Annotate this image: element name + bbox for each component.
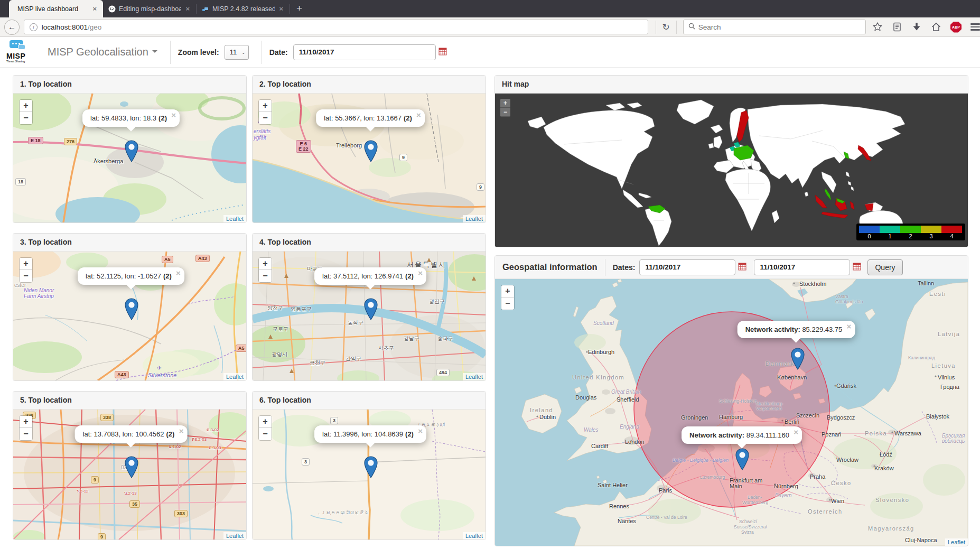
location-popup: lat: 59.4833, lon: 18.3(2) × <box>82 109 180 127</box>
query-button[interactable]: Query <box>867 259 902 275</box>
tab-github[interactable]: Editing misp-dashboa × <box>103 0 196 17</box>
popup-close-icon[interactable]: × <box>416 110 421 119</box>
calendar-icon[interactable] <box>438 47 447 58</box>
url-bar[interactable]: i localhost:8001/geo <box>24 20 648 34</box>
leaflet-attribution[interactable]: Leaflet <box>223 532 246 540</box>
zoom-out-button[interactable]: − <box>259 428 272 440</box>
map-marker[interactable] <box>125 140 138 162</box>
zoom-in-button[interactable]: + <box>20 258 32 270</box>
misp-logo: MISP Threat Sharing <box>6 40 33 64</box>
hit-map[interactable]: + − 01234 <box>495 94 968 247</box>
leaflet-attribution[interactable]: Leaflet <box>223 373 246 380</box>
zoom-out-button[interactable]: − <box>259 112 272 124</box>
zoom-in-button[interactable]: + <box>259 100 272 112</box>
city-label: Łódź <box>880 451 892 458</box>
popup-close-icon[interactable]: × <box>176 268 181 277</box>
map-marker[interactable] <box>364 456 378 478</box>
app-header: MISP Threat Sharing MISP Geolocalisation… <box>0 37 980 68</box>
map-marker[interactable] <box>125 298 138 320</box>
zoom-out-button[interactable]: − <box>259 270 272 282</box>
map-4[interactable]: + − 서울특별시 마포구 광진구 양천구 영등포구 동작구 관악구 광명시 금… <box>253 252 486 380</box>
search-input[interactable] <box>698 23 846 31</box>
library-icon[interactable] <box>892 22 902 32</box>
map-1[interactable]: + − E 18 276 18 Åkersberga lat: 59.4833,… <box>13 94 246 222</box>
city-label: Vilnius <box>938 374 955 380</box>
district-label: 영등포구 <box>291 305 312 313</box>
zoom-in-button[interactable]: + <box>259 416 272 428</box>
zoom-in-button[interactable]: + <box>20 416 32 428</box>
tab-misp-release[interactable]: MISP 2.4.82 released (a × <box>197 0 290 17</box>
zoom-out-button[interactable]: − <box>20 428 32 440</box>
city-label: Rennes <box>609 503 629 509</box>
calendar-icon[interactable] <box>853 262 861 273</box>
new-tab-button[interactable]: + <box>290 3 309 17</box>
calendar-icon[interactable] <box>738 262 746 273</box>
popup-close-icon[interactable]: × <box>418 426 423 435</box>
zoom-out-button[interactable]: − <box>20 112 32 124</box>
leaflet-attribution[interactable]: Leaflet <box>223 215 246 222</box>
popup-close-icon[interactable]: × <box>418 268 423 277</box>
download-icon[interactable] <box>911 22 922 32</box>
date-from-input[interactable] <box>639 259 735 275</box>
adblock-plus-icon[interactable]: ABP <box>950 22 962 33</box>
city-label: Гродна <box>940 384 959 390</box>
country-label: Danmark <box>766 360 795 367</box>
road-shield: 3 <box>302 458 310 466</box>
home-icon[interactable] <box>931 22 941 32</box>
popup-close-icon[interactable]: × <box>794 427 798 436</box>
map-zoom-control: + − <box>19 99 33 125</box>
bookmark-star-icon[interactable] <box>872 22 883 32</box>
map-marker[interactable] <box>364 298 378 320</box>
location-popup: lat: 11.3996, lon: 104.8639(2) × <box>314 425 426 443</box>
map-3[interactable]: + − A5 A43 A5 A43 Niden Manor Farm Airst… <box>13 252 246 380</box>
city-label: Nürnberg <box>774 483 798 489</box>
map-marker[interactable] <box>735 448 749 470</box>
zoom-out-button[interactable]: − <box>501 297 514 310</box>
zoom-level-select[interactable]: 11⌄ <box>225 45 249 60</box>
search-box[interactable] <box>683 20 866 34</box>
tab-close-icon[interactable]: × <box>91 5 98 13</box>
leaflet-attribution[interactable]: Leaflet <box>463 215 486 222</box>
district-label: ตอ.2-03 <box>192 436 207 443</box>
district-label: 광진구 <box>429 298 445 305</box>
country-label: Ireland <box>530 407 553 413</box>
tab-close-icon[interactable]: × <box>278 5 284 13</box>
popup-close-icon[interactable]: × <box>171 110 176 119</box>
date-input[interactable] <box>293 44 436 60</box>
city-label: Hamburg <box>719 414 743 420</box>
zoom-in-button[interactable]: + <box>259 258 272 270</box>
city-label: Nantes <box>618 518 636 524</box>
back-button[interactable]: ← <box>4 20 20 35</box>
zoom-in-button[interactable]: + <box>500 99 510 108</box>
reload-button[interactable]: ↻ <box>656 21 677 34</box>
popup-close-icon[interactable]: × <box>847 322 852 331</box>
top-location-panel-3: 3. Top location <box>13 233 247 381</box>
leaflet-attribution[interactable]: Leaflet <box>945 538 968 546</box>
legend-color <box>880 226 900 233</box>
region-label: Scotland <box>593 320 614 326</box>
map-5[interactable]: + − 338 338 9 35 303 9 ตต.2-02 ด.3-02 ตอ… <box>13 410 246 540</box>
map-marker[interactable] <box>791 348 805 370</box>
zoom-out-button[interactable]: − <box>20 270 32 282</box>
map-2[interactable]: + − E 6E 22 9 9 Trelleborg erslätts ygfä… <box>253 94 486 222</box>
zoom-in-button[interactable]: + <box>20 100 32 112</box>
page-title-dropdown[interactable]: MISP Geolocalisation <box>48 46 157 58</box>
tab-misp-dashboard[interactable]: MISP live dashboard × <box>9 0 103 17</box>
url-path: /geo <box>88 23 101 31</box>
date-to-input[interactable] <box>754 259 850 275</box>
menu-icon[interactable] <box>970 22 980 32</box>
map-6[interactable]: + − 3 3 ក្រុងតាខ្មៅ ស្រុកកណ្ដាលស្ទឹង lat… <box>253 410 486 540</box>
airfield-label: ygfält <box>254 135 266 141</box>
region-label: Great Britain <box>611 389 641 395</box>
chevron-down-icon: ⌄ <box>241 50 246 55</box>
leaflet-attribution[interactable]: Leaflet <box>463 373 486 380</box>
geospatial-map[interactable]: Stockholm Tallinn Eesti Latvija Lietuva … <box>495 279 968 546</box>
info-icon[interactable]: i <box>30 23 38 31</box>
map-marker[interactable] <box>364 140 378 162</box>
zoom-out-button[interactable]: − <box>500 108 510 117</box>
zoom-in-button[interactable]: + <box>501 285 514 297</box>
map-marker[interactable] <box>125 456 138 478</box>
leaflet-attribution[interactable]: Leaflet <box>463 532 486 540</box>
tab-close-icon[interactable]: × <box>184 5 191 13</box>
popup-close-icon[interactable]: × <box>179 426 184 435</box>
